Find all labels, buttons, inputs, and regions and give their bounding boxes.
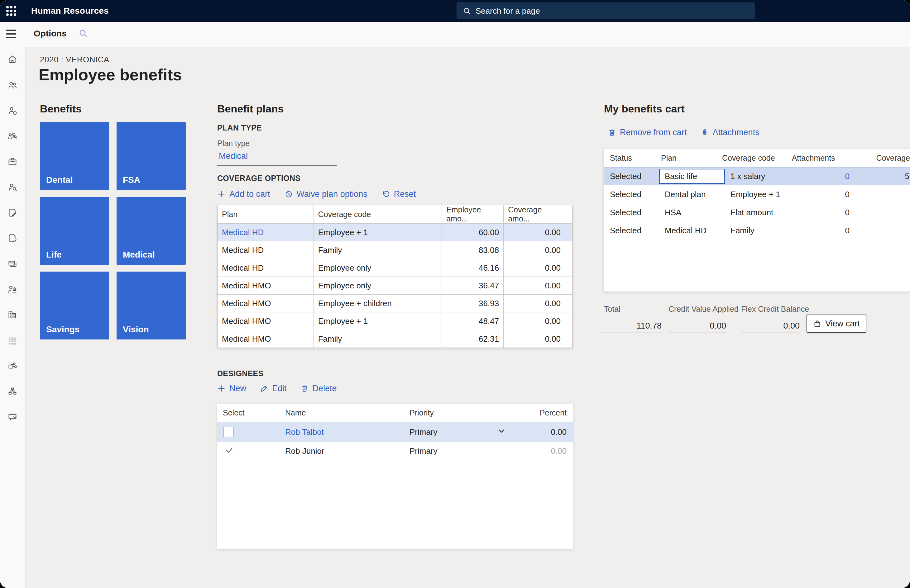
plan-type-section-heading: PLAN TYPE (217, 123, 262, 132)
column-header-coverage-amount[interactable]: Coverage amo... (503, 205, 565, 223)
page-search-input[interactable]: Search for a page (457, 3, 755, 19)
cell-coverage-code: Employee only (314, 277, 442, 294)
focused-plan-cell[interactable]: Basic life (659, 169, 725, 184)
table-scrollbar[interactable] (565, 224, 572, 241)
options-menu[interactable]: Options (34, 29, 67, 39)
hamburger-menu-icon[interactable] (6, 29, 16, 38)
table-row[interactable]: Medical HMO Family 62.31 0.00 (217, 330, 572, 347)
cell-employee-amount: 46.16 (442, 259, 503, 276)
sidebar-item-team[interactable] (0, 123, 25, 149)
column-header-plan[interactable]: Plan (217, 205, 314, 223)
sidebar-item-briefcase[interactable] (0, 149, 25, 174)
table-row[interactable]: Selected Basic life 1 x salary 0 5 (604, 167, 910, 185)
table-scrollbar[interactable] (565, 241, 572, 259)
designees-table: Select Name Priority Percent Rob Talbot … (217, 404, 573, 549)
table-row[interactable]: Selected Dental plan Employee + 1 0 (604, 185, 910, 204)
cart-heading: My benefits cart (604, 103, 685, 115)
cell-employee-amount: 36.47 (442, 277, 503, 294)
person-link-icon (7, 105, 18, 116)
table-scrollbar[interactable] (565, 295, 572, 312)
column-header-priority[interactable]: Priority (410, 408, 528, 417)
reset-button[interactable]: Reset (382, 189, 416, 199)
benefit-tile-vision[interactable]: Vision (117, 271, 186, 339)
sidebar-item-feedback[interactable] (0, 404, 25, 430)
cell-priority: Primary (410, 427, 437, 437)
table-row[interactable]: Medical HMO Employee only 36.47 0.00 (217, 276, 572, 294)
table-row[interactable]: Selected HSA Flat amount 0 (604, 204, 910, 221)
tile-label: Dental (46, 175, 73, 185)
cell-plan: Medical HMO (217, 295, 314, 312)
sidebar-item-list[interactable] (0, 328, 25, 353)
pen-icon (260, 384, 268, 393)
sidebar-item-home[interactable] (0, 47, 25, 72)
table-row[interactable]: Rob Talbot Primary 0.00 (217, 422, 573, 442)
new-designee-button[interactable]: New (217, 384, 246, 393)
team-icon (7, 131, 18, 141)
cell-coverage-amount: 0.00 (503, 312, 565, 330)
add-to-cart-button[interactable]: Add to cart (217, 189, 270, 199)
sidebar-item-people[interactable] (0, 72, 25, 98)
edit-designee-button[interactable]: Edit (260, 384, 287, 393)
cell-coverage-code: Employee + 1 (725, 190, 809, 199)
command-search-icon[interactable] (79, 29, 88, 39)
table-scrollbar[interactable] (565, 205, 572, 223)
column-header-status[interactable]: Status (604, 153, 655, 163)
sidebar-item-organization[interactable] (0, 302, 25, 328)
table-row[interactable]: Selected Medical HD Family 0 (604, 221, 910, 239)
sidebar-item-process[interactable] (0, 353, 25, 379)
sidebar-item-document-edit[interactable] (0, 200, 25, 226)
table-scrollbar[interactable] (565, 259, 572, 276)
sidebar-item-hierarchy[interactable] (0, 379, 25, 404)
column-header-coverage[interactable]: Coverage (835, 153, 910, 163)
table-row[interactable]: Medical HMO Employee + 1 48.47 0.00 (217, 312, 572, 330)
cell-coverage-code: Employee + 1 (314, 312, 442, 330)
sidebar-item-person-tasks[interactable] (0, 276, 25, 302)
benefit-tile-fsa[interactable]: FSA (117, 122, 186, 190)
benefit-tile-savings[interactable]: Savings (40, 271, 109, 339)
table-row[interactable]: Medical HD Family 83.08 0.00 (217, 241, 572, 259)
column-header-percent[interactable]: Percent (528, 408, 573, 417)
table-row[interactable]: Medical HMO Employee + children 36.93 0.… (217, 294, 572, 312)
sidebar-item-person-search[interactable] (0, 174, 25, 200)
app-window: Human Resources Search for a page Option… (0, 0, 910, 588)
cell-status: Selected (604, 171, 659, 181)
sidebar-rail (0, 47, 26, 588)
sidebar-item-person-link[interactable] (0, 98, 25, 123)
sidebar-item-cards[interactable] (0, 251, 25, 276)
waive-plan-options-button[interactable]: Waive plan options (285, 189, 368, 199)
benefit-tile-life[interactable]: Life (40, 197, 109, 265)
row-checkbox[interactable] (223, 426, 233, 437)
table-row[interactable]: Rob Junior Primary 0.00 (217, 442, 573, 460)
benefit-tile-medical[interactable]: Medical (117, 197, 186, 265)
remove-from-cart-button[interactable]: Remove from cart (608, 128, 687, 137)
chevron-down-icon[interactable] (497, 426, 506, 438)
designees-section-heading: DESIGNEES (217, 369, 264, 378)
coverage-table-header: Plan Coverage code Employee amo... Cover… (217, 205, 572, 223)
delete-designee-button[interactable]: Delete (300, 384, 337, 393)
column-header-plan[interactable]: Plan (655, 153, 716, 163)
command-bar: Options (0, 22, 910, 47)
document-edit-icon (7, 207, 18, 218)
column-header-select[interactable]: Select (217, 408, 280, 417)
credit-value-applied-value: 0.00 (669, 318, 726, 333)
app-launcher-waffle-icon[interactable] (6, 6, 16, 16)
column-header-name[interactable]: Name (280, 408, 410, 417)
table-scrollbar[interactable] (565, 277, 572, 294)
table-row[interactable]: Medical HD Employee only 46.16 0.00 (217, 259, 572, 276)
column-header-attachments[interactable]: Attachments (795, 153, 835, 163)
sidebar-item-document-approve[interactable] (0, 226, 25, 251)
table-row[interactable]: Medical HD Employee + 1 60.00 0.00 (217, 223, 572, 241)
column-header-coverage-code[interactable]: Coverage code (716, 153, 795, 163)
view-cart-button[interactable]: View cart (806, 315, 866, 333)
cell-coverage-amount: 0.00 (503, 295, 565, 312)
plan-type-field-value[interactable]: Medical (219, 151, 248, 161)
attachments-button[interactable]: Attachments (701, 128, 759, 137)
credit-value-applied-label: Credit Value Applied (669, 305, 738, 313)
column-header-coverage-code[interactable]: Coverage code (314, 205, 442, 223)
benefit-tile-dental[interactable]: Dental (40, 122, 109, 190)
table-scrollbar[interactable] (565, 330, 572, 347)
table-scrollbar[interactable] (565, 312, 572, 330)
column-header-employee-amount[interactable]: Employee amo... (442, 205, 503, 223)
cell-attachments[interactable]: 0 (809, 171, 850, 181)
plan-type-field-label: Plan type (217, 139, 249, 148)
